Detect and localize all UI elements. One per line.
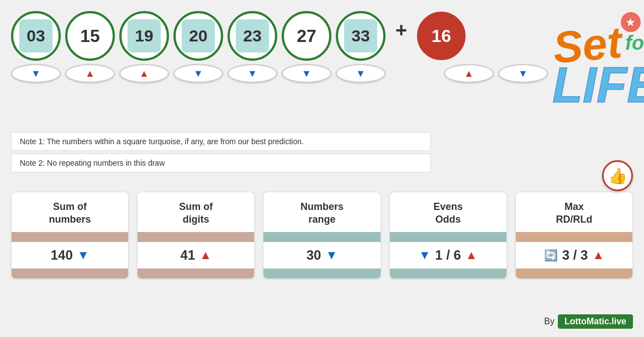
set-for-life-logo: Set for LIFE ★ (548, 6, 644, 122)
ball-highlight-1: 03 (19, 19, 52, 52)
stat-bar-bottom-3 (263, 268, 380, 278)
sum-numbers-arrow-down: ▼ (77, 248, 89, 262)
stat-bar-top-4 (390, 232, 506, 242)
stat-bar-bottom-5 (516, 268, 632, 278)
ball-2: 15 (65, 11, 115, 61)
max-rd-value: 3 / 3 (562, 248, 588, 263)
arrow-btn-2-up[interactable]: ▲ (65, 64, 115, 83)
numbers-range-arrow-down: ▼ (325, 248, 337, 262)
branding-site: LottoMatic.live (558, 314, 633, 329)
stats-section: Sum ofnumbers 140 ▼ Sum ofdigits 41 ▲ Nu… (0, 181, 644, 290)
stat-bar-top-3 (263, 232, 380, 242)
stat-bar-top-2 (138, 232, 254, 242)
arrow-btn-1-down[interactable]: ▼ (11, 64, 61, 83)
stat-card-sum-digits: Sum ofdigits 41 ▲ (137, 192, 255, 279)
plus-sign: + (395, 19, 407, 42)
svg-text:for: for (625, 31, 644, 54)
stat-card-sum-numbers: Sum ofnumbers 140 ▼ (11, 192, 129, 279)
arrow-btn-6-down[interactable]: ▼ (282, 64, 331, 83)
thumbs-up-button[interactable]: 👍 (602, 160, 633, 191)
arrow-btn-5-down[interactable]: ▼ (228, 64, 277, 83)
balls-area: 03 15 19 20 (11, 11, 548, 83)
logo-area: Set for LIFE ★ (548, 6, 644, 124)
branding: By LottoMatic.live (544, 314, 633, 329)
sum-numbers-value: 140 (51, 248, 73, 263)
stat-title-numbers-range: Numbersrange (263, 192, 380, 232)
ball-4: 20 (173, 11, 223, 61)
notes-section: Note 1: The numbers within a square turq… (0, 129, 644, 178)
max-rd-arrow-up: ▲ (592, 248, 604, 262)
ball-7: 33 (336, 11, 386, 61)
ball-highlight-3: 19 (128, 19, 161, 52)
stat-bar-bottom-2 (138, 268, 254, 278)
stat-bar-bottom-1 (12, 268, 128, 278)
ball-number-7: 33 (351, 27, 369, 45)
top-section: 03 15 19 20 (0, 0, 644, 129)
stat-title-sum-numbers: Sum ofnumbers (12, 192, 128, 232)
note-2: Note 2: No repeating numbers in this dra… (11, 154, 431, 172)
main-container: 03 15 19 20 (0, 0, 644, 337)
evens-arrow-down: ▼ (419, 248, 431, 262)
stat-card-numbers-range: Numbersrange 30 ▼ (263, 192, 381, 279)
stat-value-numbers-range: 30 ▼ (263, 242, 380, 268)
balls-row: 03 15 19 20 (11, 11, 466, 61)
branding-by: By (544, 317, 555, 327)
note-1: Note 1: The numbers within a square turq… (11, 132, 431, 151)
stat-bar-top-5 (516, 232, 632, 242)
ball-number-4: 20 (189, 27, 207, 45)
ball-number-1: 03 (27, 27, 45, 45)
ball-1: 03 (11, 11, 61, 61)
stat-card-max-rd: MaxRD/RLd 🔄 3 / 3 ▲ (515, 192, 633, 279)
refresh-icon: 🔄 (544, 249, 558, 262)
ball-number-5: 23 (243, 27, 261, 45)
stat-value-sum-digits: 41 ▲ (138, 242, 254, 268)
numbers-range-value: 30 (307, 248, 321, 263)
bonus-ball-number: 16 (431, 26, 451, 46)
stat-value-sum-numbers: 140 ▼ (12, 242, 128, 268)
stat-title-sum-digits: Sum ofdigits (138, 192, 254, 232)
stat-bar-bottom-4 (390, 268, 506, 278)
ball-number-2: 15 (80, 26, 100, 46)
ball-3: 19 (119, 11, 169, 61)
svg-text:★: ★ (626, 17, 635, 28)
ball-5: 23 (228, 11, 277, 61)
arrow-btn-3-up[interactable]: ▲ (119, 64, 169, 83)
ball-highlight-4: 20 (182, 19, 215, 52)
stat-bar-top-1 (12, 232, 128, 242)
ball-6: 27 (282, 11, 331, 61)
arrow-btn-extra-down[interactable]: ▼ (498, 64, 548, 83)
sum-digits-value: 41 (181, 248, 196, 263)
stat-value-max-rd: 🔄 3 / 3 ▲ (516, 242, 632, 268)
arrow-btn-4-down[interactable]: ▼ (173, 64, 223, 83)
ball-highlight-7: 33 (344, 19, 377, 52)
evens-odds-value: 1 / 6 (435, 248, 461, 263)
odds-arrow-up: ▲ (466, 248, 478, 262)
stat-value-evens-odds: ▼ 1 / 6 ▲ (390, 242, 506, 268)
svg-text:LIFE: LIFE (552, 57, 644, 113)
stat-card-evens-odds: EvensOdds ▼ 1 / 6 ▲ (389, 192, 507, 279)
arrow-btn-bonus-up[interactable]: ▲ (444, 64, 494, 83)
thumbs-up-icon: 👍 (608, 167, 627, 185)
bonus-ball: 16 (417, 12, 466, 60)
arrow-row: ▼ ▲ ▲ ▼ ▼ ▼ ▼ ▲ ▼ (11, 64, 548, 83)
stat-title-max-rd: MaxRD/RLd (516, 192, 632, 232)
sum-digits-arrow-up: ▲ (199, 248, 212, 262)
ball-number-6: 27 (297, 26, 316, 46)
arrow-btn-7-down[interactable]: ▼ (336, 64, 386, 83)
ball-number-3: 19 (135, 27, 153, 45)
stat-title-evens-odds: EvensOdds (390, 192, 506, 232)
ball-highlight-5: 23 (236, 19, 269, 52)
